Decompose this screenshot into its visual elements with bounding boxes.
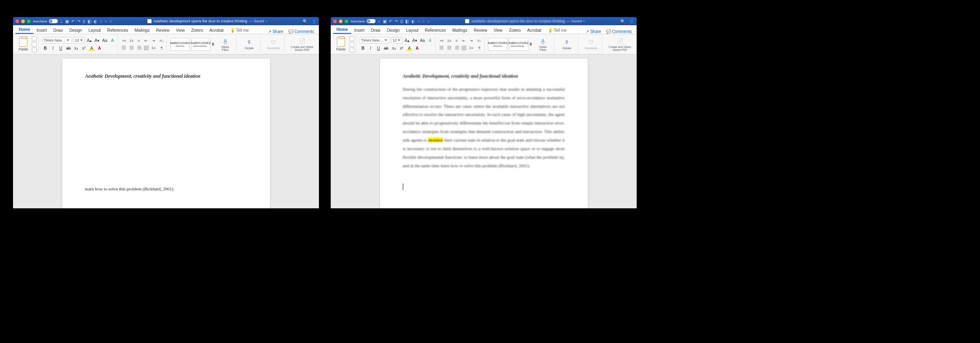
qat-icon[interactable]: ○ bbox=[422, 19, 425, 24]
change-case-icon[interactable]: Aa bbox=[101, 37, 108, 44]
chevron-down-icon[interactable] bbox=[530, 44, 532, 46]
qat-icon[interactable]: ○ bbox=[417, 19, 420, 24]
strike-button[interactable]: ab bbox=[383, 45, 389, 51]
tab-review[interactable]: Review bbox=[470, 26, 490, 34]
tab-mailings[interactable]: Mailings bbox=[131, 26, 153, 34]
dictate-button[interactable]: 🎙Dictate bbox=[558, 39, 576, 50]
outdent-icon[interactable]: ⇤ bbox=[143, 37, 149, 44]
tab-references[interactable]: References bbox=[422, 26, 449, 34]
numbering-icon[interactable]: 1≡ bbox=[128, 37, 135, 44]
tab-design[interactable]: Design bbox=[384, 26, 403, 34]
search-icon[interactable]: 🔍 bbox=[620, 19, 625, 24]
styles-pane-button[interactable]: A̲Styles Pane bbox=[534, 37, 552, 51]
justify-icon[interactable] bbox=[143, 45, 149, 51]
underline-button[interactable]: U bbox=[57, 45, 64, 51]
tab-acrobat[interactable]: Acrobat bbox=[206, 26, 226, 34]
font-name-select[interactable]: Times New… bbox=[42, 37, 72, 44]
subscript-button[interactable]: x₂ bbox=[73, 45, 79, 51]
switch-icon[interactable] bbox=[367, 19, 376, 23]
grow-font-icon[interactable]: A▴ bbox=[404, 37, 410, 44]
close-icon[interactable] bbox=[333, 20, 337, 23]
shrink-font-icon[interactable]: A▾ bbox=[94, 37, 100, 44]
align-right-icon[interactable] bbox=[453, 45, 460, 51]
clear-format-icon[interactable]: A bbox=[427, 37, 433, 44]
align-left-icon[interactable] bbox=[439, 45, 445, 51]
bold-button[interactable]: B bbox=[42, 45, 48, 51]
tab-mailings[interactable]: Mailings bbox=[449, 26, 470, 34]
change-case-icon[interactable]: Aa bbox=[419, 37, 426, 44]
clear-format-icon[interactable]: A bbox=[109, 37, 116, 44]
paste-button[interactable]: Paste bbox=[334, 37, 348, 51]
save-icon[interactable]: ▣ bbox=[383, 19, 387, 24]
format-painter-icon[interactable] bbox=[349, 48, 354, 52]
zoom-icon[interactable] bbox=[345, 20, 348, 23]
chevron-up-icon[interactable] bbox=[530, 42, 532, 44]
line-spacing-icon[interactable]: ‡≡ bbox=[150, 45, 157, 51]
switch-icon[interactable] bbox=[49, 19, 58, 23]
qat-icon[interactable]: ○ bbox=[110, 19, 112, 24]
sensitivity-button[interactable]: 🛡Sensitivity bbox=[264, 39, 283, 50]
style-abstract[interactable]: AaBbCcDdEeAbstract bbox=[488, 38, 508, 51]
subscript-button[interactable]: x₂ bbox=[391, 45, 397, 51]
pilcrow-icon[interactable]: ¶ bbox=[476, 45, 483, 51]
qat-icon[interactable]: ○ bbox=[100, 19, 102, 24]
font-size-select[interactable]: 12 bbox=[391, 37, 402, 44]
chevron-up-icon[interactable] bbox=[212, 42, 214, 44]
cut-icon[interactable] bbox=[32, 36, 37, 41]
italic-button[interactable]: I bbox=[50, 45, 56, 51]
cut-icon[interactable] bbox=[349, 36, 354, 41]
qat-icon[interactable]: ◐ bbox=[94, 19, 97, 24]
qat-icon[interactable]: ◧ bbox=[405, 19, 409, 24]
style-ack[interactable]: AaBbCcDdEeAcknowledg… bbox=[509, 38, 528, 51]
tab-home[interactable]: Home bbox=[15, 26, 33, 34]
create-share-pdf-button[interactable]: 📄Create and Share Adobe PDF bbox=[606, 37, 634, 51]
styles-pane-button[interactable]: A̲Styles Pane bbox=[216, 37, 235, 51]
qat-icon[interactable]: ○ bbox=[427, 19, 430, 24]
sort-icon[interactable]: A↓ bbox=[158, 37, 165, 44]
user-icon[interactable]: 👤 bbox=[312, 19, 316, 24]
align-right-icon[interactable] bbox=[136, 45, 142, 51]
justify-icon[interactable] bbox=[461, 45, 467, 51]
redo-icon[interactable]: ↷ bbox=[77, 19, 80, 24]
undo-icon[interactable]: ↶ bbox=[389, 19, 392, 24]
align-left-icon[interactable] bbox=[121, 45, 127, 51]
tab-draw[interactable]: Draw bbox=[368, 26, 384, 34]
comments-button[interactable]: 💬 Comments bbox=[286, 29, 316, 34]
grow-font-icon[interactable]: A▴ bbox=[86, 37, 92, 44]
indent-icon[interactable]: ⇥ bbox=[468, 37, 475, 44]
tab-zotero[interactable]: Zotero bbox=[188, 26, 206, 34]
tab-acrobat[interactable]: Acrobat bbox=[524, 26, 544, 34]
tab-layout[interactable]: Layout bbox=[85, 26, 104, 34]
tell-me[interactable]: 💡 Tell me bbox=[545, 26, 570, 34]
style-abstract[interactable]: AaBbCcDdEeAbstract bbox=[170, 38, 190, 51]
comments-button[interactable]: 💬 Comments bbox=[604, 29, 634, 34]
align-center-icon[interactable] bbox=[446, 45, 453, 51]
superscript-button[interactable]: x² bbox=[398, 45, 405, 51]
style-ack[interactable]: AaBbCcDdEeAcknowledg… bbox=[191, 38, 211, 51]
multilevel-icon[interactable]: ≡ bbox=[136, 37, 142, 44]
align-center-icon[interactable] bbox=[128, 45, 135, 51]
zoom-icon[interactable] bbox=[27, 20, 31, 23]
highlight-button[interactable]: A bbox=[406, 45, 413, 51]
minimize-icon[interactable] bbox=[339, 20, 343, 23]
tab-view[interactable]: View bbox=[490, 26, 506, 34]
paste-button[interactable]: Paste bbox=[16, 37, 30, 51]
undo-icon[interactable]: ↶ bbox=[71, 19, 75, 24]
italic-button[interactable]: I bbox=[367, 45, 374, 51]
print-icon[interactable]: ⎙ bbox=[400, 19, 403, 24]
pilcrow-icon[interactable]: ¶ bbox=[158, 45, 165, 51]
user-icon[interactable]: 👤 bbox=[629, 19, 634, 24]
autosave-toggle[interactable]: AutoSave bbox=[33, 19, 58, 23]
dictate-button[interactable]: 🎙Dictate bbox=[240, 39, 259, 50]
bullets-icon[interactable]: •≡ bbox=[121, 37, 127, 44]
tab-view[interactable]: View bbox=[173, 26, 188, 34]
multilevel-icon[interactable]: ≡ bbox=[453, 37, 460, 44]
strike-button[interactable]: ab bbox=[65, 45, 72, 51]
document-area[interactable]: Aesthetic Development, creativity and fu… bbox=[13, 55, 319, 208]
page[interactable]: Aesthetic Development, creativity and fu… bbox=[380, 59, 588, 208]
superscript-button[interactable]: x² bbox=[81, 45, 87, 51]
highlight-button[interactable]: A bbox=[88, 45, 95, 51]
share-button[interactable]: ↗ Share bbox=[583, 29, 604, 34]
bullets-icon[interactable]: •≡ bbox=[439, 37, 445, 44]
redo-icon[interactable]: ↷ bbox=[395, 19, 398, 24]
